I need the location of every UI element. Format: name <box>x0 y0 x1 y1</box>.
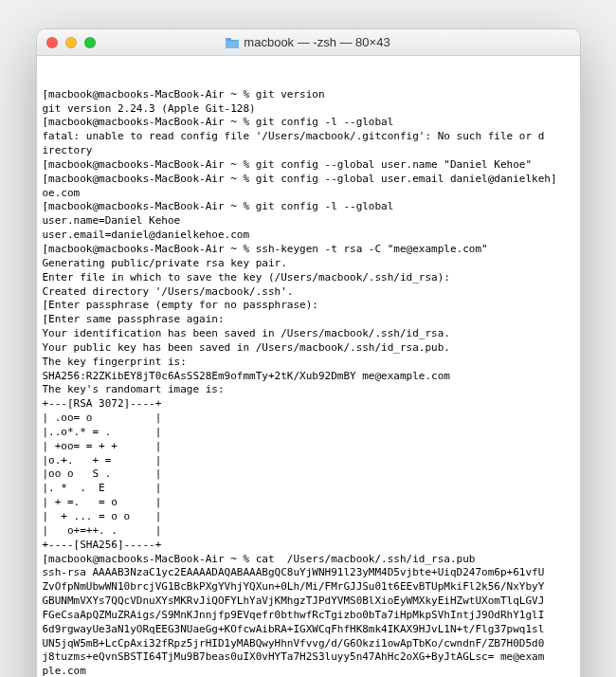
terminal-line: [Enter passphrase (empty for no passphra… <box>43 299 574 313</box>
window-title-text: macbook — -zsh — 80×43 <box>244 35 390 49</box>
terminal-line: | +oo= = + + | <box>43 440 574 454</box>
terminal-line: +----[SHA256]-----+ <box>43 539 574 553</box>
terminal-line: [macbook@macbooks-MacBook-Air ~ % git co… <box>43 116 574 130</box>
titlebar[interactable]: macbook — -zsh — 80×43 <box>37 29 580 56</box>
terminal-line: Your public key has been saved in /Users… <box>43 341 574 356</box>
terminal-line: ZvOfpNmUbwWN10brcjVG1BcBkPXgYVhjYQXun+0L… <box>43 580 574 595</box>
terminal-line: +---[RSA 3072]----+ <box>43 397 574 412</box>
close-button[interactable] <box>46 37 58 48</box>
terminal-line: git version 2.24.3 (Apple Git-128) <box>43 102 574 117</box>
home-folder-icon <box>226 37 239 48</box>
terminal-line: [Enter same passphrase again: <box>43 313 574 327</box>
terminal-line: SHA256:R2ZKibEY8jT0c6AsSS28Em9ofmmTy+2tK… <box>43 370 574 384</box>
svg-rect-2 <box>226 41 239 48</box>
terminal-line: ssh-rsa AAAAB3NzaC1yc2EAAAADAQABAAABgQC8… <box>43 566 574 580</box>
terminal-line: [macbook@macbooks-MacBook-Air ~ % git co… <box>43 173 574 187</box>
terminal-line: user.email=daniel@danielkehoe.com <box>43 229 574 243</box>
terminal-line: |. * . E | <box>43 482 574 496</box>
terminal-line: | .oo= o | <box>43 412 574 426</box>
terminal-line: The key fingerprint is: <box>43 356 574 370</box>
terminal-line: user.name=Daniel Kehoe <box>43 214 574 229</box>
terminal-line: oe.com <box>43 187 574 201</box>
terminal-line: Created directory '/Users/macbook/.ssh'. <box>43 285 574 300</box>
terminal-line: | o+=++. . | <box>43 524 574 539</box>
terminal-line: ple.com <box>43 665 574 677</box>
terminal-line: |o.+. + = | <box>43 454 574 468</box>
terminal-line: 6d9rgwayUe3aN1yORqEEG3NUaeGg+KOfcwAibRA+… <box>43 623 574 637</box>
terminal-line: GBUNMmVXYs7QQcVDnuXYsMKRvJiQOFYLhYaVjKMh… <box>43 595 574 609</box>
terminal-line: fatal: unable to read config file '/User… <box>43 130 574 144</box>
zoom-button[interactable] <box>84 37 96 48</box>
terminal-content[interactable]: [macbook@macbooks-MacBook-Air ~ % git ve… <box>37 56 580 677</box>
terminal-line: Generating public/private rsa key pair. <box>43 257 574 271</box>
terminal-line: |..o*.* = . | <box>43 426 574 440</box>
terminal-line: | + ... = o o | <box>43 510 574 524</box>
terminal-line: j8tuzms+eQvnSBSTI64TjMu9B7beas0uIX0vHYTa… <box>43 650 574 665</box>
terminal-line: [macbook@macbooks-MacBook-Air ~ % git ve… <box>43 88 574 102</box>
terminal-line: |oo o S . | <box>43 467 574 482</box>
terminal-line: [macbook@macbooks-MacBook-Air ~ % git co… <box>43 200 574 214</box>
terminal-line: Your identification has been saved in /U… <box>43 327 574 341</box>
traffic-lights <box>46 37 96 48</box>
terminal-line: UN5jqW5mB+LcCpAxi32fRpz5jrHID1yMABQwyHhn… <box>43 637 574 651</box>
terminal-line: [macbook@macbooks-MacBook-Air ~ % ssh-ke… <box>43 243 574 257</box>
terminal-line: Enter file in which to save the key (/Us… <box>43 271 574 285</box>
terminal-line: irectory <box>43 144 574 158</box>
terminal-line: | + =. = o | <box>43 496 574 510</box>
terminal-window: macbook — -zsh — 80×43 [macbook@macbooks… <box>36 28 581 677</box>
minimize-button[interactable] <box>65 37 77 48</box>
window-title: macbook — -zsh — 80×43 <box>46 35 571 49</box>
terminal-line: [macbook@macbooks-MacBook-Air ~ % git co… <box>43 158 574 173</box>
terminal-line: [macbook@macbooks-MacBook-Air ~ % cat /U… <box>43 553 574 567</box>
terminal-line: The key's randomart image is: <box>43 383 574 397</box>
terminal-line: FGeCsaApQZMuZRAigs/S9MnKJnnjfp9EVqefr0bt… <box>43 609 574 623</box>
